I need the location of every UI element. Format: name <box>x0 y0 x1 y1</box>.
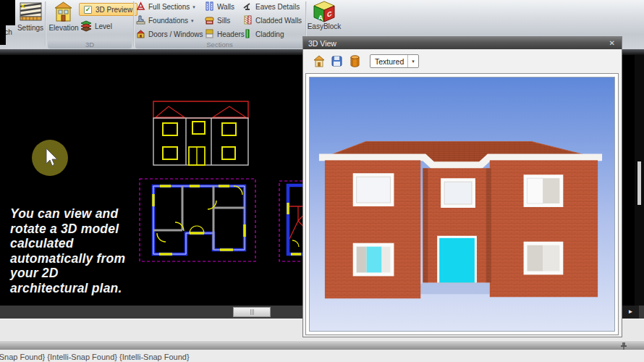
pin-icon[interactable] <box>619 342 628 350</box>
full-sections-icon <box>136 1 145 14</box>
caption-line: calculated <box>10 236 144 251</box>
app-screen: atch Settings Elevation <box>0 0 644 362</box>
horizontal-scrollbar-thumb[interactable] <box>233 307 271 317</box>
elevation-icon <box>54 1 72 25</box>
doors-windows-button[interactable]: Doors / Windows ▾ <box>136 29 208 40</box>
window-title: 3D View <box>303 39 603 48</box>
save-icon[interactable] <box>331 55 343 68</box>
caption-line: architectural plan. <box>10 281 144 296</box>
walls-icon <box>205 1 214 14</box>
3d-preview-label: 3D Preview <box>96 6 132 14</box>
doors-windows-label: Doors / Windows <box>148 30 203 38</box>
level-button[interactable]: Level <box>95 22 112 30</box>
cladding-label: Cladding <box>255 30 284 38</box>
3d-view-titlebar[interactable]: 3D View ✕ <box>303 37 622 49</box>
full-sections-label: Full Sections <box>148 3 190 11</box>
vertical-scrollbar[interactable] <box>635 55 644 306</box>
headers-icon <box>205 28 214 41</box>
eaves-details-icon <box>243 1 253 14</box>
settings-button[interactable]: Settings <box>13 24 48 32</box>
house-3d-render <box>310 77 614 331</box>
headers-button[interactable]: Headers <box>205 29 245 40</box>
full-sections-button[interactable]: Full Sections ▾ <box>136 1 208 12</box>
caption-line: rotate a 3D model <box>10 222 144 237</box>
walls-label: Walls <box>217 3 234 11</box>
chevron-down-icon: ▾ <box>191 18 194 23</box>
group-label-sections: Sections <box>135 40 304 49</box>
foundations-label: Foundations <box>148 17 188 25</box>
foundations-button[interactable]: Foundations ▾ <box>136 15 208 26</box>
3d-view-window: 3D View ✕ <box>302 36 622 337</box>
cladded-walls-label: Cladded Walls <box>255 17 302 25</box>
vertical-scrollbar-thumb[interactable] <box>637 161 641 205</box>
3d-preview-toggle[interactable]: ✓ 3D Preview <box>79 3 137 16</box>
cladded-walls-icon <box>243 14 253 28</box>
caption-line: You can view and <box>10 206 144 222</box>
ribbon-divider <box>133 1 135 46</box>
foundations-icon <box>136 14 145 28</box>
render-mode-value: Textured <box>370 57 407 66</box>
3d-view-toolbar: Textured ▾ <box>303 49 622 73</box>
elevation-button[interactable]: Elevation <box>46 24 81 32</box>
screen-corner <box>0 0 15 25</box>
3d-viewport[interactable] <box>305 73 619 335</box>
caption-line: automatically from <box>10 251 144 266</box>
cladding-button[interactable]: Cladding <box>243 29 302 40</box>
material-icon[interactable] <box>349 55 361 68</box>
cursor-highlight <box>32 140 68 176</box>
sills-label: Sills <box>217 17 230 25</box>
scroll-right-arrow-icon[interactable]: ► <box>622 306 639 319</box>
eaves-details-button[interactable]: Eaves Details <box>243 1 302 12</box>
status-text: {Snap Found} {Intelli-Snap Found} {Intel… <box>0 350 644 361</box>
easyblock-button[interactable]: EasyBlock <box>305 22 343 30</box>
doors-windows-icon <box>136 28 145 41</box>
tutorial-caption: You can view and rotate a 3D model calcu… <box>10 206 144 295</box>
mouse-cursor <box>32 140 68 176</box>
eaves-details-label: Eaves Details <box>255 3 300 11</box>
close-icon[interactable]: ✕ <box>603 39 622 47</box>
statusbar-divider <box>0 340 644 350</box>
status-bar: {Snap Found} {Intelli-Snap Found} {Intel… <box>0 350 644 362</box>
headers-label: Headers <box>217 30 245 38</box>
cladded-walls-button[interactable]: Cladded Walls <box>243 15 302 26</box>
chevron-down-icon: ▾ <box>192 4 195 9</box>
chevron-down-icon: ▾ <box>407 55 418 67</box>
walls-button[interactable]: Walls <box>205 1 245 12</box>
svg-text:A: A <box>318 14 323 22</box>
3d-render-area <box>309 77 615 332</box>
cladding-icon <box>243 28 253 41</box>
sills-button[interactable]: Sills <box>205 15 245 26</box>
group-label-3d: 3D <box>48 40 132 49</box>
render-mode-dropdown[interactable]: Textured ▾ <box>370 54 419 68</box>
checkbox-checked-icon[interactable]: ✓ <box>84 6 92 14</box>
sills-icon <box>205 14 214 28</box>
caption-line: your 2D <box>10 266 144 281</box>
level-icon <box>80 20 93 35</box>
home-icon[interactable] <box>313 55 325 68</box>
hatch-pattern-icon <box>20 2 42 24</box>
